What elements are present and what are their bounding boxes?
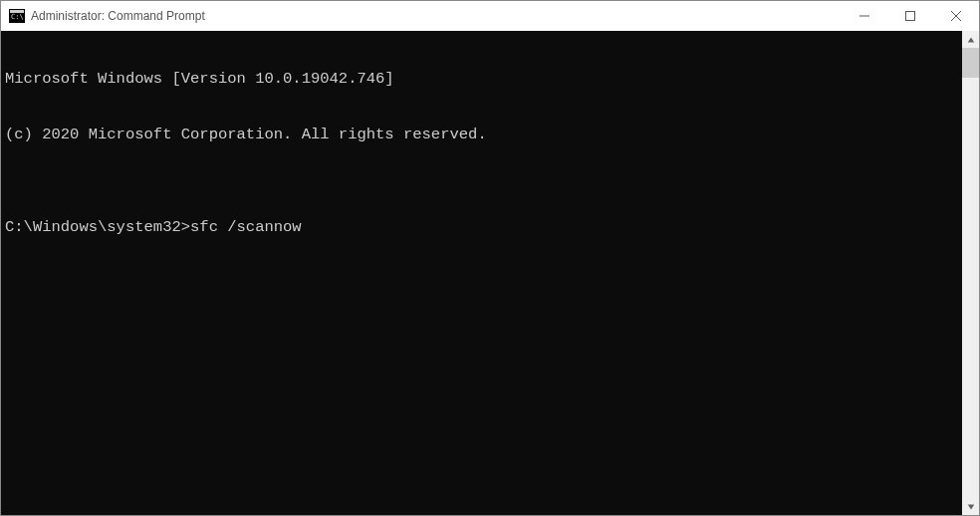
svg-rect-4	[906, 12, 915, 21]
vertical-scrollbar[interactable]	[962, 31, 979, 515]
prompt-line: C:\Windows\system32>sfc /scannow	[5, 218, 958, 237]
output-line: Microsoft Windows [Version 10.0.19042.74…	[5, 70, 958, 89]
app-icon: C:\	[9, 8, 25, 24]
svg-marker-8	[967, 504, 973, 509]
scroll-down-arrow-icon[interactable]	[962, 498, 979, 515]
maximize-button[interactable]	[887, 1, 933, 31]
svg-text:C:\: C:\	[11, 13, 24, 21]
command-text: sfc /scannow	[190, 218, 302, 237]
output-line: (c) 2020 Microsoft Corporation. All righ…	[5, 126, 958, 144]
scroll-up-arrow-icon[interactable]	[962, 31, 979, 48]
titlebar[interactable]: C:\ Administrator: Command Prompt	[1, 1, 979, 31]
window-controls	[842, 1, 979, 31]
minimize-button[interactable]	[842, 1, 887, 31]
prompt-text: C:\Windows\system32>	[5, 218, 190, 237]
scroll-thumb[interactable]	[962, 48, 979, 78]
command-prompt-window: C:\ Administrator: Command Prompt Micros…	[0, 0, 980, 516]
terminal-area: Microsoft Windows [Version 10.0.19042.74…	[1, 31, 979, 515]
window-title: Administrator: Command Prompt	[31, 9, 842, 23]
terminal-output[interactable]: Microsoft Windows [Version 10.0.19042.74…	[1, 31, 962, 515]
close-button[interactable]	[933, 1, 979, 31]
svg-marker-7	[967, 37, 973, 42]
